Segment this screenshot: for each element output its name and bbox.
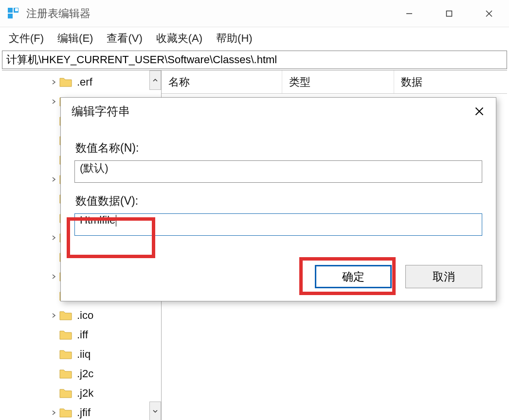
folder-icon [59,368,72,379]
dialog-buttons: 确定 取消 [315,265,482,288]
edit-string-dialog: 编辑字符串 数值名称(N): (默认) 数值数据(V): Htmlfile 确定… [60,97,496,301]
chevron-right-icon[interactable] [49,313,59,318]
window-controls [389,0,509,27]
tree-item[interactable]: .ico [2,306,161,325]
tree-item-label: .iiq [77,348,91,361]
dialog-close-button[interactable] [467,102,492,121]
folder-icon [59,388,72,399]
tree-item[interactable]: .erf [2,72,161,92]
svg-rect-5 [447,11,452,16]
tree-item-label: .j2k [77,387,93,400]
cancel-button-label: 取消 [433,269,455,284]
menu-view[interactable]: 查看(V) [107,31,142,46]
chevron-right-icon[interactable] [49,274,59,280]
dialog-title: 编辑字符串 [72,104,467,119]
scroll-up-button[interactable] [149,70,161,90]
tree-item[interactable]: · .iiq [2,345,161,364]
chevron-right-icon[interactable] [49,99,59,105]
menu-favorites[interactable]: 收藏夹(A) [156,31,202,46]
close-button[interactable] [469,0,509,27]
svg-rect-2 [8,14,13,18]
folder-icon [59,77,72,88]
address-path: 计算机\HKEY_CURRENT_USER\Software\Classes\.… [6,52,277,67]
tree-item[interactable]: · .j2c [2,364,161,384]
scroll-down-button[interactable] [149,402,161,420]
ok-button-label: 确定 [342,269,364,284]
ok-button[interactable]: 确定 [315,265,392,288]
column-data[interactable]: 数据 [394,70,507,93]
value-name-label: 数值名称(N): [75,140,482,156]
folder-icon [59,330,72,340]
folder-icon [59,349,72,360]
chevron-right-icon[interactable] [49,410,59,416]
column-type[interactable]: 类型 [282,70,394,93]
menu-file[interactable]: 文件(F) [9,31,44,46]
text-caret [116,215,116,227]
chevron-right-icon[interactable] [49,235,59,241]
menu-help[interactable]: 帮助(H) [216,31,253,46]
svg-rect-0 [8,8,13,13]
list-header: 名称 类型 数据 [162,70,507,94]
regedit-icon [7,7,20,20]
folder-icon [59,310,72,321]
window-titlebar: 注册表编辑器 [0,0,509,27]
menu-edit[interactable]: 编辑(E) [57,31,93,46]
value-data-field[interactable]: Htmlfile [74,213,482,236]
dialog-titlebar: 编辑字符串 [61,98,496,125]
folder-icon [59,407,72,418]
tree-item-label: .erf [77,76,92,88]
tree-item-label: .ico [77,309,93,322]
value-data-label: 数值数据(V): [75,193,482,209]
tree-item-label: .jfif [77,406,91,419]
tree-item[interactable]: · .j2k [2,384,161,403]
chevron-right-icon[interactable] [49,176,59,182]
window-title: 注册表编辑器 [26,6,91,21]
tree-item-label: .iff [77,329,88,341]
tree-item[interactable]: · .iff [2,325,161,345]
maximize-button[interactable] [429,0,469,27]
column-name[interactable]: 名称 [162,70,282,93]
menu-bar: 文件(F) 编辑(E) 查看(V) 收藏夹(A) 帮助(H) [0,27,509,50]
tree-item-label: .j2c [77,368,93,380]
tree-item[interactable]: .jfif [2,403,161,420]
chevron-right-icon[interactable] [49,79,59,85]
value-name-field[interactable]: (默认) [74,160,482,183]
value-data-text: Htmlfile [80,214,115,226]
cancel-button[interactable]: 取消 [405,265,482,288]
svg-rect-3 [15,8,18,11]
address-bar[interactable]: 计算机\HKEY_CURRENT_USER\Software\Classes\.… [2,51,507,69]
value-name-text: (默认) [80,162,109,174]
minimize-button[interactable] [389,0,429,27]
